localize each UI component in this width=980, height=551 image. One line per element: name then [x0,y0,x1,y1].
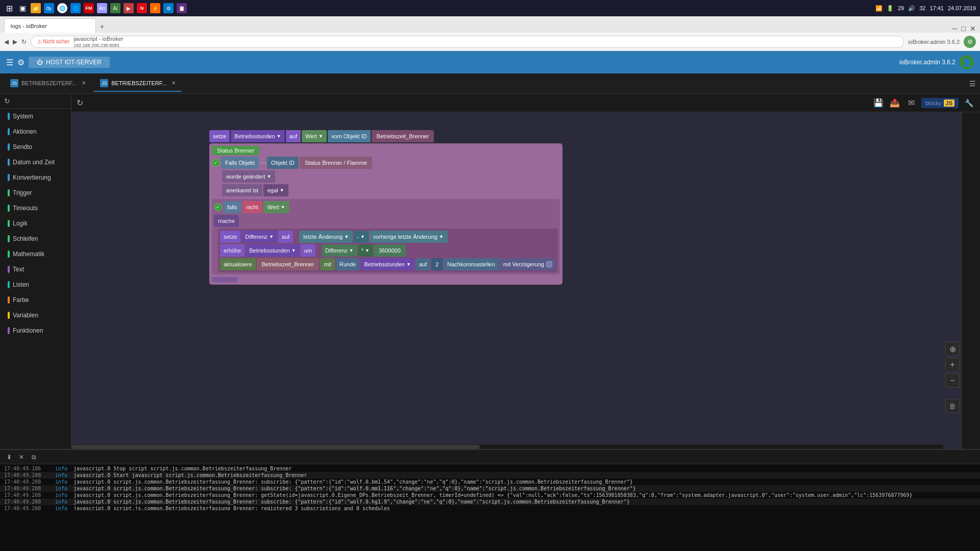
reload-button[interactable]: ↻ [21,38,27,45]
taskbar-video-icon[interactable]: ▶ [124,3,134,13]
sidebar-item-aktionen[interactable]: Aktionen [0,124,71,139]
sidebar-item-logik[interactable]: Logik [0,216,71,231]
wurde-geaendert-block[interactable]: wurde geändert ▼ [222,170,275,183]
zoom-out-button[interactable]: − [945,373,960,388]
num-2-block[interactable]: 2 [431,258,443,270]
sidebar-item-sendto[interactable]: Sendto [0,139,71,155]
wurde-geaendert-label: wurde geändert [226,173,265,180]
sidebar-item-timeouts[interactable]: Timeouts [0,201,71,216]
sidebar-item-mathematik[interactable]: Mathematik [0,246,71,262]
egal-dropdown[interactable]: egal ▼ [263,184,288,196]
window-minimize-button[interactable]: ─ [952,24,958,33]
op-label: * [361,247,363,254]
tab-item-1[interactable]: JS BETRIEBSZEITERF... ✕ [4,76,92,92]
blockly-js-toggle[interactable]: blocky JS [921,98,959,108]
taskbar-edge-icon[interactable]: 🌐 [70,3,81,13]
auf-nachkommastellen-label: auf [419,261,427,267]
wrench-icon[interactable]: 🔧 [963,97,975,109]
nicht-block[interactable]: nicht [242,201,262,213]
sidebar-funktionen-label: Funktionen [13,327,43,334]
status-brenner-badge[interactable]: Status Brenner [212,146,259,155]
falls-label: falls [227,204,237,210]
log-clear-button[interactable]: ⬇ [4,452,14,462]
windows-icon[interactable]: ⊞ [4,3,14,13]
header-user-icon[interactable]: 👤 [960,55,974,69]
sidebar-item-schleifen[interactable]: Schleifen [0,231,71,246]
verzoegerung-checkbox[interactable] [546,261,552,267]
taskbar-an-icon[interactable]: An [97,3,107,13]
h-scrollbar[interactable] [71,444,943,449]
sidebar-item-listen[interactable]: Listen [0,277,71,292]
wert-dropdown[interactable]: Wert ▼ [302,130,327,142]
sidebar-item-trigger[interactable]: Trigger [0,185,71,201]
taskbar-fm-icon[interactable]: FM [84,3,94,13]
taskbar-app9-icon[interactable]: ⚙ [163,3,174,13]
taskbar-app8-icon[interactable]: ⚡ [150,3,160,13]
new-tab-button[interactable]: + [96,20,108,33]
falls-block[interactable]: falls [223,201,241,213]
minus-dropdown[interactable]: - ▼ [354,231,368,243]
falls-objekt-block[interactable]: Falls Objekt [221,157,259,169]
h-scrollbar-thumb[interactable] [71,445,480,449]
editor-refresh-icon[interactable]: ↻ [77,98,83,107]
trash-button[interactable]: 🗑 [945,399,960,413]
blockly-workspace[interactable]: setze Betriebsstunden ▼ auf Wert [71,112,962,449]
mit-verzoegerung-block[interactable]: mit Verzögerung [500,258,556,270]
tab-bar-menu-icon[interactable]: ☰ [969,80,976,88]
window-close-button[interactable]: ✕ [970,24,976,33]
taskbar-netflix-icon[interactable]: N [137,3,147,13]
sidebar-listen-label: Listen [13,281,29,288]
betriebszeit-brenner2-block[interactable]: Betriebszeit_Brenner [257,258,320,270]
browser-tab[interactable]: logs - ioBroker [4,18,96,33]
value-3600000-block[interactable]: 3600000 [374,244,406,257]
log-filter-button[interactable]: ✕ [16,452,27,462]
setze-block[interactable]: setze [209,130,230,142]
sidebar-item-konvertierung[interactable]: Konvertierung [0,170,71,185]
differenz-dropdown[interactable]: Differenz ▼ [241,231,277,243]
log-copy-button[interactable]: ⧉ [29,452,39,462]
status-brenner-flamme-block[interactable]: Status Brenner / Flamme [300,157,372,169]
sidebar-item-variablen[interactable]: Variablen [0,308,71,323]
betriebsstunden2-dropdown[interactable]: Betriebsstunden ▼ [246,244,299,257]
betriebsstunden3-dropdown[interactable]: Betriebsstunden ▼ [360,258,414,270]
tab-item-2[interactable]: JS BETRIEBSZEITERF... ✕ [94,76,182,92]
mail-icon[interactable]: ✉ [905,97,917,109]
zoom-in-button[interactable]: + [945,358,960,372]
taskbar-ai-icon[interactable]: Ai [110,3,120,13]
betriebszeit-brenner-block[interactable]: Betriebszeit_Brenner [372,130,434,142]
server-button[interactable]: ⏻ HOST IOT-SERVER [29,57,110,68]
sidebar-mathematik-label: Mathematik [13,251,44,258]
refresh-icon[interactable]: ↻ [4,97,10,105]
multiply-dropdown[interactable]: * ▼ [358,244,373,257]
export-icon[interactable]: 📤 [889,97,901,109]
taskbar-chrome-icon[interactable]: 🌐 [57,3,67,13]
differenz2-dropdown[interactable]: Differenz ▼ [322,244,357,257]
address-bar[interactable]: ⚠ Nicht sicher javascript - ioBroker192.… [31,36,904,48]
browser-extension-icon[interactable]: ⚙ [964,36,976,48]
checkbox-falls-objekt[interactable]: ✓ [212,159,220,167]
app-settings-icon[interactable]: ⚙ [17,58,24,67]
hamburger-menu-icon[interactable]: ☰ [6,58,13,67]
taskbar-folder-icon[interactable]: 📁 [31,3,41,13]
tab-1-close[interactable]: ✕ [82,80,86,86]
checkbox-falls[interactable]: ✓ [214,203,222,211]
taskbar-store-icon[interactable]: 🛍 [44,3,54,13]
task-view-icon[interactable]: ▣ [17,3,28,13]
sidebar-item-text[interactable]: Text [0,262,71,277]
tab-2-close[interactable]: ✕ [172,80,176,86]
betriebsstunden-dropdown[interactable]: Betriebsstunden ▼ [231,130,284,142]
window-restore-button[interactable]: □ [962,24,966,33]
taskbar-app10-icon[interactable]: 📋 [177,3,187,13]
save-icon[interactable]: 💾 [872,97,885,109]
vorherige-letzte-aenderung-dropdown[interactable]: vorherige letzte Änderung ▼ [369,231,448,243]
sidebar-item-datum-zeit[interactable]: Datum und Zeit [0,155,71,170]
zoom-center-button[interactable]: ⊕ [945,342,960,356]
letzte-aenderung-dropdown[interactable]: letzte Änderung ▼ [299,231,353,243]
sidebar-item-farbe[interactable]: Farbe [0,292,71,308]
sidebar-item-funktionen[interactable]: Funktionen [0,323,71,338]
forward-button[interactable]: ▶ [13,38,17,45]
wert-block-2[interactable]: Wert ▼ [263,201,289,213]
sidebar-item-system[interactable]: System [0,109,71,124]
canvas-area: ↻ 💾 📤 ✉ blocky JS 🔧 [71,94,980,449]
back-button[interactable]: ◀ [4,38,9,45]
